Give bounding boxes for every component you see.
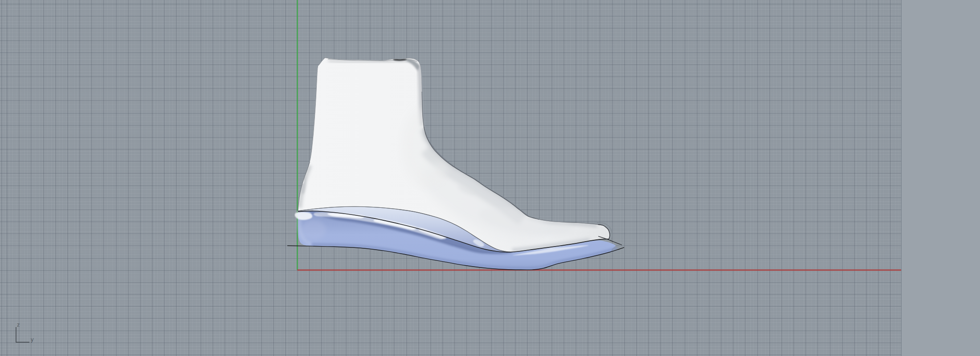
svg-text:y: y (31, 336, 34, 343)
svg-text:z: z (17, 321, 20, 328)
